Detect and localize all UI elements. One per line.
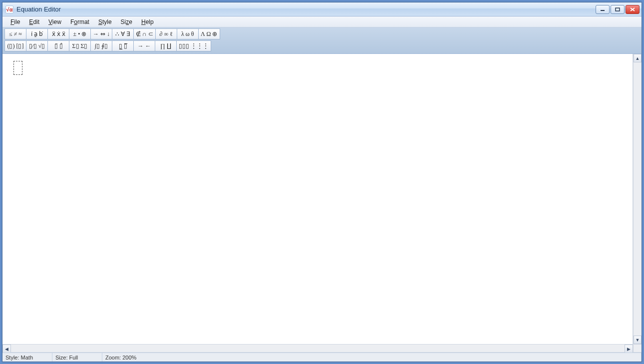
- status-bar: Style: Math Size: Full Zoom: 200%: [2, 353, 642, 362]
- maximize-icon: [615, 7, 620, 11]
- minimize-button[interactable]: [596, 5, 610, 14]
- window-controls: [596, 5, 642, 14]
- template-fences[interactable]: (▯) [▯]: [4, 40, 26, 51]
- content-area: ▲ ▼: [2, 54, 642, 344]
- palette-set-theory[interactable]: ∉ ∩ ⊂: [133, 28, 156, 39]
- template-sub-super[interactable]: ▯̈ ▯̂: [47, 40, 69, 51]
- template-labeled-arrows[interactable]: → ←: [133, 40, 155, 51]
- palette-relational[interactable]: ≤ ≠ ≈: [4, 28, 26, 39]
- menu-style[interactable]: Style: [94, 17, 116, 26]
- status-style: Style: Math: [2, 353, 52, 362]
- svg-rect-1: [616, 8, 620, 11]
- menu-file[interactable]: File: [6, 17, 24, 26]
- status-zoom: Zoom: 200%: [102, 353, 642, 362]
- scroll-up-button[interactable]: ▲: [634, 54, 642, 62]
- empty-equation-slot[interactable]: [13, 61, 22, 75]
- horizontal-scroll-track[interactable]: [11, 345, 625, 352]
- palette-embellishments[interactable]: ẍ ẋ ẍ: [47, 28, 69, 39]
- palette-operators[interactable]: ± • ⊗: [69, 28, 91, 39]
- palette-logical[interactable]: ∴ ∀ ∃: [112, 28, 134, 39]
- menu-edit[interactable]: Edit: [25, 17, 43, 26]
- toolbar-area: ≤ ≠ ≈ i̇ a̱ b͘ ẍ ẋ ẍ ± • ⊗ → ⇔ ↓ ∴ ∀ ∃ ∉…: [2, 27, 642, 54]
- palette-spaces[interactable]: i̇ a̱ b͘: [26, 28, 48, 39]
- menu-view[interactable]: View: [44, 17, 65, 26]
- template-matrices[interactable]: ▯▯▯ ⋮⋮⋮: [176, 40, 211, 51]
- scroll-right-button[interactable]: ▶: [625, 345, 633, 353]
- palette-greek-lower[interactable]: λ ω θ: [177, 28, 199, 39]
- status-size: Size: Full: [52, 353, 102, 362]
- app-icon: √α: [5, 5, 13, 13]
- horizontal-scrollbar[interactable]: ◀ ▶: [2, 344, 642, 353]
- menu-size[interactable]: Size: [117, 17, 136, 26]
- menu-help[interactable]: Help: [137, 17, 158, 26]
- close-button[interactable]: [626, 5, 640, 14]
- vertical-scrollbar[interactable]: ▲ ▼: [633, 54, 642, 344]
- scroll-corner: [633, 345, 642, 352]
- scroll-down-button[interactable]: ▼: [634, 336, 642, 344]
- template-bars[interactable]: ▯̲ ▯̅: [112, 40, 134, 51]
- template-fractions-radicals[interactable]: ▯⁄▯ √▯: [26, 40, 48, 51]
- symbol-toolbar-row: ≤ ≠ ≈ i̇ a̱ b͘ ẍ ẋ ẍ ± • ⊗ → ⇔ ↓ ∴ ∀ ∃ ∉…: [4, 28, 640, 39]
- template-products[interactable]: ∏ ∐: [155, 40, 177, 51]
- scroll-left-button[interactable]: ◀: [2, 345, 11, 353]
- minimize-icon: [600, 7, 605, 11]
- title-bar[interactable]: √α Equation Editor: [2, 2, 642, 16]
- app-window: √α Equation Editor File Edit View Format…: [2, 2, 642, 362]
- window-title: Equation Editor: [16, 5, 61, 13]
- template-integrals[interactable]: ∫▯ ∮▯: [90, 40, 112, 51]
- palette-greek-upper[interactable]: Λ Ω ⊕: [198, 28, 220, 39]
- template-toolbar-row: (▯) [▯] ▯⁄▯ √▯ ▯̈ ▯̂ Σ▯ Σ▯ ∫▯ ∮▯ ▯̲ ▯̅ →…: [4, 40, 640, 51]
- menu-bar: File Edit View Format Style Size Help: [2, 16, 642, 27]
- palette-arrows[interactable]: → ⇔ ↓: [90, 28, 112, 39]
- vertical-scroll-track[interactable]: [634, 62, 642, 336]
- close-icon: [630, 7, 635, 11]
- template-summation[interactable]: Σ▯ Σ▯: [69, 40, 91, 51]
- palette-misc-symbols[interactable]: ∂ ∞ ℓ: [155, 28, 177, 39]
- maximize-button[interactable]: [611, 5, 625, 14]
- equation-editor-canvas[interactable]: [2, 54, 633, 344]
- menu-format[interactable]: Format: [66, 17, 93, 26]
